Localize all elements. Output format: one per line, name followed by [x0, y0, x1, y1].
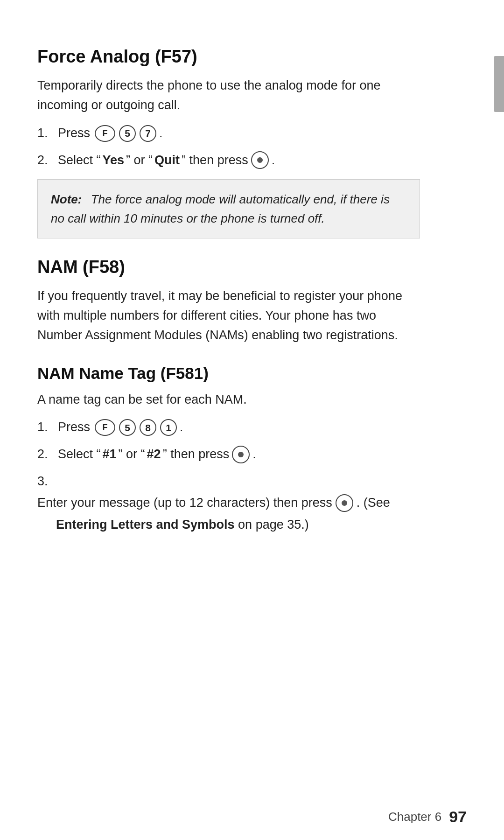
nam-step-3-page: on page 35.): [238, 518, 309, 532]
force-analog-title: Force Analog (F57): [37, 47, 420, 67]
nam-title: NAM (F58): [37, 257, 420, 277]
step-2-or-label: ” or “: [126, 151, 153, 170]
step-2-period: .: [272, 151, 275, 170]
note-text: The force analog mode will automatically…: [51, 192, 390, 225]
note-label: Note:: [51, 192, 82, 206]
nam-step-2-2-label: #2: [147, 445, 161, 464]
force-analog-step-1: 1. Press F 5 7 .: [37, 124, 420, 143]
nam-step-3-text: Enter your message (up to 12 characters)…: [37, 493, 332, 513]
nam-step-2: 2. Select “#1” or “#2” then press .: [37, 445, 420, 464]
force-analog-description: Temporarily directs the phone to use the…: [37, 76, 420, 115]
nam-key-f-btn: F: [95, 419, 115, 436]
nam-step-2-number: 2.: [37, 445, 56, 464]
step-2-yes-label: Yes: [103, 151, 125, 170]
nam-key-8-btn: 8: [140, 419, 156, 436]
key-5-btn: 5: [119, 125, 136, 142]
page-footer: Chapter 6 97: [0, 801, 504, 826]
nam-name-tag-section: NAM Name Tag (F581) A name tag can be se…: [37, 364, 420, 535]
nam-step-2-then: ” then press: [163, 445, 230, 464]
force-analog-note: Note: The force analog mode will automat…: [37, 179, 420, 238]
nam-step-2-period: .: [252, 445, 256, 464]
nam-step-2-or: ” or “: [119, 445, 145, 464]
nam-step-1: 1. Press F 5 8 1 .: [37, 418, 420, 437]
nam-step-3-content: Enter your message (up to 12 characters)…: [37, 493, 420, 535]
nam-step-1-period: .: [180, 418, 183, 437]
nam-step-2-1-label: #1: [103, 445, 117, 464]
nam-step-3-link-line: Entering Letters and Symbols on page 35.…: [37, 515, 420, 535]
force-analog-section: Force Analog (F57) Temporarily directs t…: [37, 47, 420, 238]
step-1-number: 1.: [37, 124, 56, 143]
nam-step-2-select: Select “: [58, 445, 101, 464]
nam-name-tag-title: NAM Name Tag (F581): [37, 364, 420, 383]
nam-step-3-number: 3.: [37, 472, 56, 491]
step-1-period: .: [159, 124, 163, 143]
nam-step-3-see: . (See: [357, 493, 390, 513]
nam-select-circle-btn: [232, 446, 250, 463]
key-7-btn: 7: [140, 125, 156, 142]
nam-section: NAM (F58) If you frequently travel, it m…: [37, 257, 420, 345]
step-1-press-label: Press: [58, 124, 90, 143]
step-2-quit-label: Quit: [154, 151, 180, 170]
step-2-number: 2.: [37, 151, 56, 170]
nam-description: If you frequently travel, it may be bene…: [37, 287, 420, 345]
step-2-select-label: Select “: [58, 151, 101, 170]
scroll-tab[interactable]: [494, 56, 504, 112]
nam-entering-letters-link: Entering Letters and Symbols: [56, 518, 235, 532]
key-f-btn: F: [95, 125, 115, 142]
force-analog-step-2: 2. Select “Yes” or “Quit” then press .: [37, 151, 420, 170]
nam-step-3-circle-btn: [336, 494, 353, 512]
step-2-then-label: ” then press: [182, 151, 248, 170]
nam-step-3: 3. Enter your message (up to 12 characte…: [37, 472, 420, 535]
nam-step-1-press: Press: [58, 418, 90, 437]
nam-name-tag-description: A name tag can be set for each NAM.: [37, 390, 420, 410]
footer-chapter-label: Chapter 6: [388, 810, 441, 824]
footer-page-number: 97: [449, 808, 467, 826]
nam-key-5-btn: 5: [119, 419, 136, 436]
nam-key-1-btn: 1: [160, 419, 177, 436]
select-circle-btn: [251, 151, 269, 169]
nam-step-1-number: 1.: [37, 418, 56, 437]
